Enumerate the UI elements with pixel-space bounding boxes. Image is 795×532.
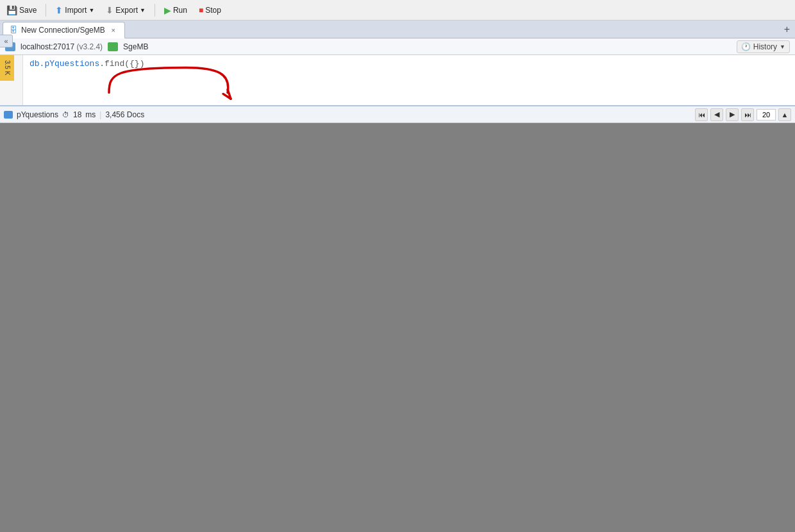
result-time: 18 (73, 110, 81, 119)
code-method: .find({}) (99, 59, 144, 69)
size-hint-tab[interactable]: 3.5 K (0, 55, 14, 81)
tab-bar: 🗄 New Connection/SgeMB × + (0, 21, 795, 38)
stop-button[interactable]: ■ Stop (196, 4, 224, 16)
export-dropdown-icon: ▼ (140, 7, 146, 13)
connection-host: localhost:27017 (v3.2.4) (21, 42, 103, 51)
svg-line-1 (223, 94, 231, 99)
nav-next-button[interactable]: ▶ (726, 108, 739, 121)
chevron-left-icon: « (4, 37, 8, 45)
prev-page-icon: ◀ (714, 110, 719, 119)
history-dropdown-icon: ▼ (780, 44, 785, 50)
separator-2 (155, 4, 155, 17)
result-time-unit: ms (85, 110, 96, 119)
separator-1 (46, 4, 46, 17)
database-icon (108, 42, 118, 51)
size-hint-label: 3.5 K (4, 60, 11, 75)
export-icon: ⬇ (106, 5, 113, 15)
floppy-icon: 💾 (6, 5, 17, 15)
nav-last-button[interactable]: ⏭ (741, 108, 754, 121)
main-toolbar: 💾 Save ⬆ Import ▼ ⬇ Export ▼ ▶ Run ■ Sto… (0, 0, 795, 21)
result-time-icon: ⏱ (62, 111, 69, 119)
collection-result-icon (4, 111, 13, 119)
new-tab-button[interactable]: + (779, 21, 795, 38)
run-icon: ▶ (164, 5, 171, 15)
tab-label: New Connection/SgeMB (21, 26, 105, 35)
import-dropdown-icon: ▼ (88, 7, 94, 13)
collapse-panel-button[interactable]: « (0, 35, 13, 47)
history-button[interactable]: 🕐 History ▼ (737, 40, 790, 53)
page-size-up-button[interactable]: ▲ (778, 108, 791, 121)
results-toolbar: pYquestions ⏱ 18 ms | 3,456 Docs ⏮ ◀ ▶ ⏭… (0, 106, 795, 123)
database-name: SgeMB (123, 42, 148, 51)
result-doc-count: 3,456 Docs (105, 110, 144, 119)
history-icon: 🕐 (741, 42, 751, 51)
stop-icon: ■ (199, 6, 203, 15)
tab-db-icon: 🗄 (10, 26, 17, 35)
export-button[interactable]: ⬇ Export ▼ (103, 4, 148, 17)
svg-line-0 (228, 90, 231, 99)
tab-new-connection[interactable]: 🗄 New Connection/SgeMB × (3, 22, 125, 38)
run-button[interactable]: ▶ Run (162, 4, 190, 17)
result-separator: | (99, 110, 101, 119)
editor-area[interactable]: 1 db.pYquestions.find({}) (0, 55, 795, 106)
next-page-icon: ▶ (730, 110, 735, 119)
save-button[interactable]: 💾 Save (4, 4, 39, 17)
code-editor[interactable]: db.pYquestions.find({}) (23, 55, 795, 72)
background-area (0, 127, 795, 532)
code-db-prefix: db.pYquestions (29, 59, 99, 69)
pagination-controls: ⏮ ◀ ▶ ⏭ ▲ (695, 108, 791, 121)
last-page-icon: ⏭ (744, 111, 751, 119)
import-button[interactable]: ⬆ Import ▼ (53, 4, 97, 17)
plus-icon: + (784, 24, 790, 35)
connection-bar: localhost:27017 (v3.2.4) SgeMB 🕐 History… (0, 38, 795, 55)
first-page-icon: ⏮ (698, 111, 705, 119)
nav-first-button[interactable]: ⏮ (695, 108, 708, 121)
result-collection-name: pYquestions (17, 110, 58, 119)
page-size-input[interactable] (757, 109, 776, 121)
tab-close-button[interactable]: × (109, 26, 118, 35)
import-icon: ⬆ (55, 5, 63, 15)
nav-prev-button[interactable]: ◀ (710, 108, 723, 121)
up-arrow-icon: ▲ (782, 111, 789, 119)
